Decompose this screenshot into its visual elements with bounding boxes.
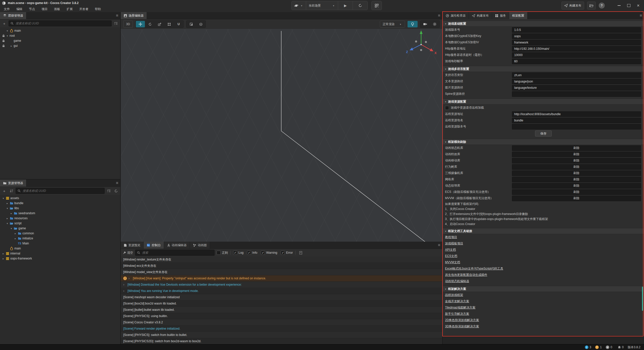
move-tool-button[interactable] — [136, 21, 145, 27]
doc-link-6[interactable]: 原生包热更新配置自动生成插件 — [445, 273, 487, 277]
doc-link-5[interactable]: Excel格式转Json文件与TypeScript代码工具 — [445, 267, 503, 271]
section-header[interactable]: ▾框架文档工具链接 — [443, 228, 644, 234]
tree-node-main[interactable]: main — [0, 246, 120, 251]
field-input-4[interactable] — [512, 52, 641, 58]
play-button[interactable]: ▶ — [338, 1, 353, 10]
preview-qr-button[interactable] — [371, 1, 382, 10]
field-input-3[interactable] — [512, 91, 641, 97]
section-header[interactable]: ▾框架模块剔除 — [443, 139, 644, 145]
section-header[interactable]: ▾游戏资源配置 — [443, 99, 644, 105]
field-input-0[interactable] — [512, 27, 641, 33]
chevron-down-icon[interactable]: ▾ — [2, 197, 5, 200]
hierarchy-panel-menu-icon[interactable]: ≡ — [116, 12, 118, 19]
expand-chevron-icon[interactable]: › — [123, 289, 126, 293]
chevron-down-icon[interactable]: ▾ — [6, 207, 9, 210]
filter-error-checkbox[interactable]: ✓Error — [281, 251, 293, 255]
gizmo-space-button[interactable]: U — [174, 21, 183, 27]
console-panel-menu-icon[interactable]: ≡ — [438, 242, 440, 249]
filter-info-checkbox[interactable]: ✓Info — [247, 251, 257, 255]
menu-item-6[interactable]: 开发者 — [76, 7, 92, 11]
section-header[interactable]: ▾游戏基础配置 — [443, 21, 644, 27]
build-publish-button[interactable]: 构建发布 — [561, 2, 584, 10]
console-tab-0[interactable]: 资源预览 — [121, 242, 144, 249]
doc-link-0[interactable]: 战棋游戏框架 — [445, 293, 463, 297]
chevron-down-icon[interactable]: ▾ — [6, 29, 9, 32]
console-tab-1[interactable]: 控制台 — [144, 242, 164, 249]
info-count-badge[interactable]: i 3 — [585, 345, 591, 349]
field-input-0[interactable] — [512, 111, 641, 117]
error-count-badge[interactable]: × 0 — [606, 345, 612, 349]
close-button[interactable]: × — [635, 2, 641, 9]
chevron-right-icon[interactable]: ▸ — [2, 257, 5, 260]
doc-link-4[interactable]: 2D角色扮演游戏解决方案 — [445, 318, 479, 322]
notification-badge[interactable]: 0 — [618, 345, 624, 349]
section-header[interactable]: ▾框架解决方案 — [443, 286, 644, 292]
snap-tool-button[interactable] — [187, 21, 196, 27]
chevron-right-icon[interactable]: ▸ — [2, 252, 5, 255]
pivot-tool-button[interactable] — [196, 21, 205, 27]
menu-item-0[interactable]: 文件 — [1, 7, 13, 11]
field-input-2[interactable] — [512, 85, 641, 91]
refresh-assets-icon[interactable] — [113, 188, 119, 194]
tree-node-Main[interactable]: TSMain — [0, 241, 120, 246]
log-row[interactable]: ›[Window] You are running Vue in develop… — [121, 288, 442, 294]
menu-item-3[interactable]: 项目 — [38, 7, 51, 11]
remote-load-checkbox[interactable]: 游戏中资源是否远程加载 — [443, 105, 644, 111]
log-row[interactable]: [Window] ecs文件夹存在 — [121, 263, 442, 269]
dimension-toggle-button[interactable]: 3D — [123, 21, 133, 28]
console-tab-3[interactable]: 动画图 — [190, 242, 210, 249]
log-row[interactable]: [Window] model_view文件夹存在 — [121, 269, 442, 275]
field-input-1[interactable] — [512, 118, 641, 123]
tree-node-initialize[interactable]: ▸initialize — [0, 236, 120, 241]
preview-target-button[interactable]: ▾ — [292, 1, 306, 10]
doc-link-7[interactable]: 动画状态机编辑器 — [445, 279, 469, 283]
menu-item-7[interactable]: 帮助 — [92, 7, 104, 11]
field-input-1[interactable] — [512, 79, 641, 84]
hierarchy-tab[interactable]: 层级管理器 — [0, 12, 26, 19]
rect-tool-button[interactable] — [165, 21, 174, 27]
assets-search-input[interactable] — [22, 189, 103, 193]
doc-link-0[interactable]: 教程项目 — [445, 235, 457, 239]
remove-module-button-5[interactable]: 剔除 — [512, 177, 641, 182]
chevron-right-icon[interactable]: ▸ — [10, 212, 13, 215]
restart-button[interactable] — [353, 1, 368, 10]
scene-select[interactable]: 当前场景 ▾ — [306, 1, 338, 10]
inspector-tab-3[interactable]: 框架配置 — [509, 12, 528, 19]
doc-link-3[interactable]: ECS文档 — [445, 254, 457, 258]
tree-node-oops-framework[interactable]: ▸oops-framework — [0, 256, 120, 261]
chevron-right-icon[interactable]: ▸ — [6, 202, 9, 205]
console-tab-2[interactable]: 动画编辑器 — [164, 242, 190, 249]
inspector-tab-1[interactable]: 构建发布 — [469, 12, 492, 19]
chevron-down-icon[interactable]: ▾ — [6, 222, 9, 225]
menu-item-5[interactable]: 扩展 — [63, 7, 76, 11]
assets-panel-menu-icon[interactable]: ≡ — [116, 180, 118, 187]
rotate-tool-button[interactable] — [145, 21, 154, 27]
chevron-down-icon[interactable]: ▾ — [10, 227, 13, 230]
field-input-3[interactable] — [512, 46, 641, 52]
scene-settings-button[interactable] — [430, 21, 439, 27]
log-row[interactable]: !›[Window] [Vue warn]: Property "onInput… — [121, 275, 442, 282]
filter-log-checkbox[interactable]: ✓Log — [233, 251, 244, 255]
remove-module-button-7[interactable]: 剔除 — [512, 189, 641, 195]
inspector-tab-0[interactable]: 属性检查器 — [443, 12, 469, 19]
scene-editor-tab[interactable]: 场景编辑器 — [121, 12, 147, 19]
expand-chevron-icon[interactable]: › — [129, 277, 131, 280]
field-input-0[interactable] — [512, 72, 641, 78]
section-header[interactable]: ▾游戏多语言配置 — [443, 66, 644, 72]
doc-link-1[interactable]: 游戏模板项目 — [445, 241, 463, 246]
assets-tab[interactable]: 资源管理器 — [0, 180, 26, 187]
log-row[interactable]: ›[Window] Download the Vue Devtools exte… — [121, 282, 442, 288]
hierarchy-filter-icon[interactable] — [113, 21, 119, 26]
tree-node-gui[interactable]: ▸gui — [0, 43, 120, 48]
tree-node-game[interactable]: game — [0, 38, 120, 43]
regex-checkbox[interactable]: 正则 — [217, 251, 228, 255]
doc-link-2[interactable]: Tiledmap地图解决方案 — [445, 305, 475, 310]
doc-link-2[interactable]: API文档 — [445, 248, 456, 252]
help-button[interactable]: ? — [599, 3, 605, 9]
open-project-button[interactable] — [587, 2, 596, 10]
menu-item-1[interactable]: 编辑 — [13, 7, 26, 11]
menu-item-2[interactable]: 节点 — [26, 7, 38, 11]
console-search-input[interactable] — [142, 251, 213, 255]
inspector-panel-menu-icon[interactable]: ≡ — [640, 12, 642, 19]
log-row[interactable]: [Scene] Cocos Creator v3.8.2 — [121, 319, 442, 326]
